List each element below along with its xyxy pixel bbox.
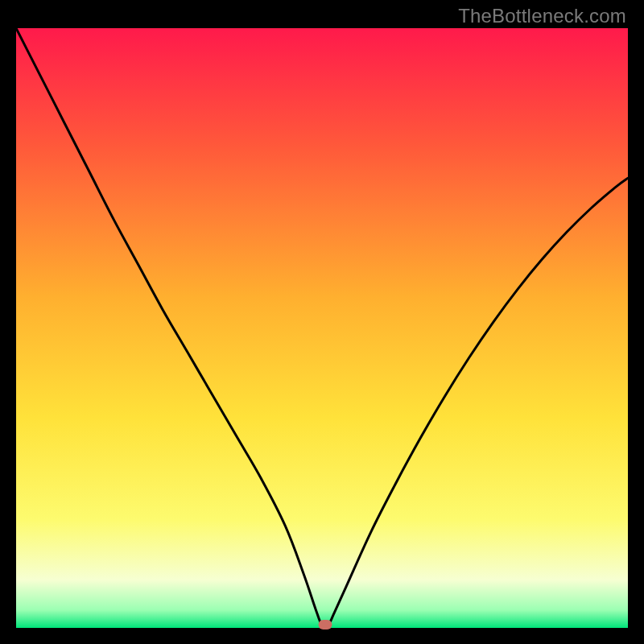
chart-frame: [16, 28, 628, 628]
optimal-point-marker: [318, 620, 332, 630]
bottleneck-curve: [16, 28, 628, 628]
watermark-text: TheBottleneck.com: [458, 5, 626, 27]
